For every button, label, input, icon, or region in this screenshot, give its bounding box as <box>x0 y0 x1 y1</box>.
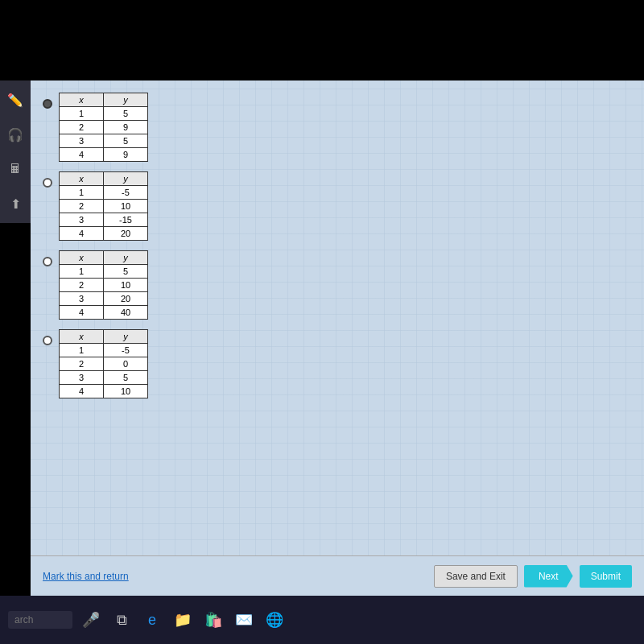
table-cell: 20 <box>104 227 148 241</box>
table-cell: 10 <box>104 200 148 213</box>
table-cell: 9 <box>104 148 148 162</box>
folder-icon[interactable]: 📁 <box>171 608 195 632</box>
submit-button[interactable]: Submit <box>580 565 632 588</box>
table-row: 1-5 <box>60 344 148 357</box>
taskbar-task-view[interactable]: ⧉ <box>109 608 134 632</box>
bottom-bar: Mark this and return Save and Exit Next … <box>31 555 644 596</box>
table-row: 20 <box>60 357 148 371</box>
table-header: y <box>104 330 148 344</box>
table-cell: 5 <box>104 107 148 121</box>
table-row: 49 <box>60 148 148 162</box>
option-row-4: xy1-52035410 <box>43 329 632 398</box>
bottom-buttons: Save and Exit Next Submit <box>434 565 632 588</box>
radio-4[interactable] <box>43 336 52 345</box>
table-cell: 3 <box>60 292 104 306</box>
table-header: y <box>104 251 148 265</box>
pencil-icon[interactable]: ✏️ <box>4 89 27 111</box>
table-cell: 0 <box>104 357 148 371</box>
table-row: 1-5 <box>60 186 148 200</box>
taskbar: 🎤 ⧉ e 📁 🛍️ ✉️ 🌐 <box>0 596 644 644</box>
table-row: 440 <box>60 306 148 320</box>
table-header: y <box>104 93 148 107</box>
mail-icon[interactable]: ✉️ <box>232 608 256 632</box>
content-area: xy15293549xy1-52103-15420xy15210320440xy… <box>31 80 644 604</box>
table-cell: 4 <box>60 385 104 398</box>
table-header: x <box>60 251 104 265</box>
option-row-3: xy15210320440 <box>43 250 632 320</box>
table-row: 15 <box>60 265 148 279</box>
edge-icon[interactable]: e <box>140 608 164 632</box>
table-cell: 5 <box>104 134 148 148</box>
table-cell: 2 <box>60 200 104 213</box>
radio-2[interactable] <box>43 178 52 188</box>
table-header: y <box>104 172 148 186</box>
table-cell: 4 <box>60 306 104 320</box>
radio-3[interactable] <box>43 257 52 266</box>
table-cell: 2 <box>60 121 104 134</box>
table-cell: 1 <box>60 186 104 200</box>
save-exit-button[interactable]: Save and Exit <box>434 565 518 588</box>
chrome-icon[interactable]: 🌐 <box>262 608 287 632</box>
headphone-icon[interactable]: 🎧 <box>4 123 27 146</box>
table-cell: 4 <box>60 227 104 241</box>
taskbar-search[interactable] <box>8 611 72 629</box>
mic-icon[interactable]: 🎤 <box>79 608 103 632</box>
table-cell: 5 <box>104 265 148 279</box>
next-button[interactable]: Next <box>524 565 573 588</box>
table-cell: 4 <box>60 148 104 162</box>
table-cell: -5 <box>104 344 148 357</box>
table-header: x <box>60 172 104 186</box>
flag-icon[interactable]: ⬆ <box>4 192 27 215</box>
store-icon[interactable]: 🛍️ <box>201 608 225 632</box>
calculator-icon[interactable]: 🖩 <box>4 158 27 180</box>
table-row: 35 <box>60 371 148 385</box>
table-cell: 40 <box>104 306 148 320</box>
table-row: 35 <box>60 134 148 148</box>
table-1: xy15293549 <box>59 93 148 162</box>
table-cell: 5 <box>104 371 148 385</box>
table-row: 210 <box>60 279 148 292</box>
table-cell: 20 <box>104 292 148 306</box>
table-cell: 1 <box>60 344 104 357</box>
table-cell: 3 <box>60 371 104 385</box>
table-cell: 3 <box>60 134 104 148</box>
table-header: x <box>60 93 104 107</box>
table-cell: -5 <box>104 186 148 200</box>
table-cell: -15 <box>104 213 148 227</box>
table-row: 320 <box>60 292 148 306</box>
table-cell: 1 <box>60 265 104 279</box>
table-row: 210 <box>60 200 148 213</box>
option-row-1: xy15293549 <box>43 93 632 162</box>
table-cell: 2 <box>60 357 104 371</box>
table-cell: 10 <box>104 385 148 398</box>
table-row: 15 <box>60 107 148 121</box>
table-row: 3-15 <box>60 213 148 227</box>
table-3: xy15210320440 <box>59 250 148 320</box>
option-row-2: xy1-52103-15420 <box>43 171 632 241</box>
table-cell: 10 <box>104 279 148 292</box>
table-4: xy1-52035410 <box>59 329 148 398</box>
table-cell: 1 <box>60 107 104 121</box>
table-cell: 3 <box>60 213 104 227</box>
table-row: 410 <box>60 385 148 398</box>
table-row: 29 <box>60 121 148 134</box>
table-header: x <box>60 330 104 344</box>
table-2: xy1-52103-15420 <box>59 171 148 241</box>
table-row: 420 <box>60 227 148 241</box>
left-sidebar: ✏️ 🎧 🖩 ⬆ <box>0 80 31 223</box>
radio-1[interactable] <box>43 99 52 109</box>
table-cell: 2 <box>60 279 104 292</box>
mark-return-link[interactable]: Mark this and return <box>43 571 129 582</box>
table-cell: 9 <box>104 121 148 134</box>
